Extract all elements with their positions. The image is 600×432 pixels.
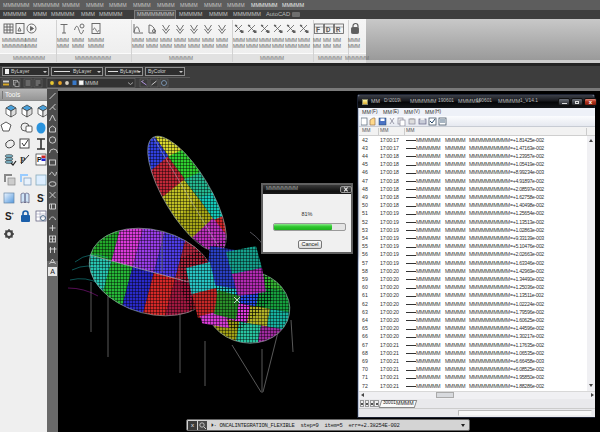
- svg-text:+: +: [11, 210, 14, 216]
- svg-text:-: -: [43, 192, 45, 198]
- svg-text:P: P: [37, 156, 42, 163]
